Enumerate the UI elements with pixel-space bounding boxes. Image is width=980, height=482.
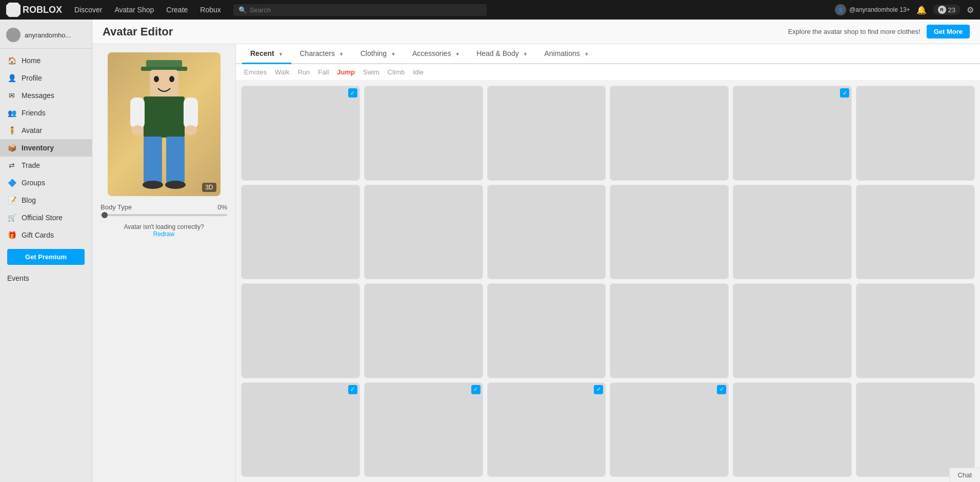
subtab-swim[interactable]: Swim bbox=[363, 67, 379, 77]
chat-bar[interactable]: Chat bbox=[949, 468, 980, 482]
subtab-emotes[interactable]: Emotes bbox=[244, 67, 267, 77]
item-card-roblox-boy-torso[interactable]: ROBLOX Boy Torso✓ bbox=[241, 382, 360, 477]
item-image-man-right-leg bbox=[733, 86, 851, 181]
item-card-green-jersey[interactable]: Green Jersey bbox=[610, 283, 729, 378]
subtab-fall[interactable]: Fall bbox=[318, 67, 329, 77]
sidebar-avatar bbox=[6, 28, 21, 42]
search-input[interactable] bbox=[250, 6, 482, 14]
item-card-roblox-boy-left-leg[interactable]: ROBLOX Boy Left Leg bbox=[733, 382, 852, 477]
gift-cards-icon: 🎁 bbox=[7, 230, 16, 240]
sidebar-item-friends[interactable]: 👥 Friends bbox=[0, 104, 92, 122]
item-image-smile bbox=[610, 86, 728, 181]
item-card-black-jeans[interactable]: Black Jeans with Sneakers bbox=[241, 283, 360, 378]
sidebar-user[interactable]: anyrandomho... bbox=[0, 24, 92, 49]
nav-create[interactable]: Create bbox=[166, 6, 188, 14]
tab-clothing[interactable]: Clothing ▼ bbox=[352, 44, 404, 64]
notification-bell-button[interactable]: 🔔 bbox=[916, 5, 927, 15]
body-type-slider[interactable] bbox=[101, 214, 227, 216]
chevron-down-icon: ▼ bbox=[455, 51, 460, 57]
robux-icon: R bbox=[938, 6, 946, 14]
nav-discover[interactable]: Discover bbox=[74, 6, 102, 14]
3d-badge: 3D bbox=[202, 183, 216, 192]
sidebar-store-label: Official Store bbox=[22, 214, 63, 222]
item-card-guitar-tee[interactable]: Guitar Tee with Black bbox=[487, 283, 606, 378]
nav-robux[interactable]: Robux bbox=[200, 6, 221, 14]
avatar-icon: 🧍 bbox=[7, 126, 16, 135]
sidebar-item-trade[interactable]: ⇄ Trade bbox=[0, 157, 92, 174]
sidebar-item-messages[interactable]: ✉ Messages bbox=[0, 87, 92, 104]
tab-accessories[interactable]: Accessories ▼ bbox=[404, 44, 468, 64]
settings-button[interactable]: ⚙ bbox=[967, 5, 974, 15]
item-card-dark-green-jeans[interactable]: Dark Green Jeans bbox=[733, 185, 852, 280]
friends-icon: 👥 bbox=[7, 108, 16, 118]
item-card-man-right-leg[interactable]: Man Right Leg✓ bbox=[733, 86, 852, 181]
item-card-roblox-boy-left-arm[interactable]: ROBLOX Boy Left Arm✓ bbox=[487, 382, 606, 477]
trade-icon: ⇄ bbox=[7, 161, 16, 170]
roblox-logo-icon bbox=[6, 3, 21, 17]
tab-recent[interactable]: Recent ▼ bbox=[242, 44, 291, 64]
check-badge-roblox-boy-right-leg: ✓ bbox=[717, 385, 726, 394]
item-card-verified[interactable]: Verified, Bonafide,✓ bbox=[241, 86, 360, 181]
item-card-jean-shorts[interactable]: Jean Shorts with White bbox=[364, 283, 483, 378]
item-card-pal-hair[interactable]: Pal Hair bbox=[487, 86, 606, 181]
promo-text: Explore the avatar shop to find more clo… bbox=[788, 28, 921, 35]
sidebar-item-avatar[interactable]: 🧍 Avatar bbox=[0, 122, 92, 139]
item-card-smile[interactable]: Smile bbox=[610, 86, 729, 181]
svg-point-9 bbox=[185, 125, 197, 136]
item-card-trim[interactable]: Trim bbox=[856, 382, 975, 477]
redraw-button[interactable]: Redraw bbox=[153, 230, 174, 238]
nav-links: Discover Avatar Shop Create Robux bbox=[74, 6, 221, 14]
roblox-logo-text: ROBLOX bbox=[23, 5, 62, 15]
items-grid: Verified, Bonafide,✓ROBLOX BoyPal HairSm… bbox=[236, 81, 980, 482]
item-card-roblox-boy-right-arm[interactable]: ROBLOX Boy Right Arm✓ bbox=[364, 382, 483, 477]
item-card-man-head[interactable]: Man Head bbox=[610, 185, 729, 280]
item-card-roblox-boy[interactable]: ROBLOX Boy bbox=[364, 86, 483, 181]
subtab-climb[interactable]: Climb bbox=[388, 67, 405, 77]
nav-avatar-shop[interactable]: Avatar Shop bbox=[114, 6, 154, 14]
svg-point-13 bbox=[165, 181, 186, 189]
roblox-logo[interactable]: ROBLOX bbox=[6, 3, 62, 17]
item-card-blockhead[interactable]: Blockhead bbox=[733, 283, 852, 378]
get-premium-button[interactable]: Get Premium bbox=[7, 249, 85, 265]
sidebar-item-groups[interactable]: 🔷 Groups bbox=[0, 174, 92, 191]
check-badge-roblox-boy-torso: ✓ bbox=[348, 385, 357, 394]
item-image-guitar-tee bbox=[488, 284, 606, 378]
store-icon: 🛒 bbox=[7, 213, 16, 222]
item-image-dark-green-jeans bbox=[733, 185, 851, 280]
subtab-idle[interactable]: Idle bbox=[413, 67, 424, 77]
chevron-down-icon: ▼ bbox=[339, 51, 344, 57]
sidebar-item-gift-cards[interactable]: 🎁 Gift Cards bbox=[0, 226, 92, 244]
sidebar-item-home[interactable]: 🏠 Home bbox=[0, 52, 92, 69]
item-card-man-left-arm[interactable]: Man Left Arm bbox=[241, 185, 360, 280]
tab-head-body[interactable]: Head & Body ▼ bbox=[468, 44, 536, 64]
sidebar-messages-label: Messages bbox=[22, 91, 54, 100]
sidebar-item-events[interactable]: Events bbox=[0, 270, 92, 286]
sidebar-item-inventory[interactable]: 📦 Inventory bbox=[0, 139, 92, 157]
item-card-man-left-leg[interactable]: Man Left Leg bbox=[856, 86, 975, 181]
user-avatar-icon: 👤 bbox=[835, 4, 846, 15]
avatar-editor-body: 3D Body Type 0% Avatar isn't loading cor… bbox=[92, 44, 980, 482]
tab-animations[interactable]: Animations ▼ bbox=[536, 44, 597, 64]
subtab-walk[interactable]: Walk bbox=[275, 67, 289, 77]
item-card-bloxxer[interactable]: Bloxxer bbox=[856, 283, 975, 378]
search-bar: 🔍 bbox=[233, 4, 487, 16]
item-card-man-torso[interactable]: Man Torso bbox=[487, 185, 606, 280]
user-info[interactable]: 👤 @anyrandomhole 13+ bbox=[835, 4, 910, 15]
chevron-down-icon: ▼ bbox=[584, 51, 589, 57]
body-type-value: 0% bbox=[217, 203, 227, 211]
item-card-blue-black-moto[interactable]: Blue and Black Motorcycle bbox=[856, 185, 975, 280]
sidebar-item-official-store[interactable]: 🛒 Official Store bbox=[0, 209, 92, 226]
get-more-button[interactable]: Get More bbox=[927, 25, 970, 38]
item-image-blue-black-moto bbox=[856, 185, 974, 280]
category-tabs: Recent ▼ Characters ▼ Clothing ▼ Accesso… bbox=[236, 44, 980, 64]
robux-badge[interactable]: R 23 bbox=[933, 5, 961, 15]
sidebar-item-profile[interactable]: 👤 Profile bbox=[0, 69, 92, 87]
sidebar-item-blog[interactable]: 📝 Blog bbox=[0, 191, 92, 209]
subtab-jump[interactable]: Jump bbox=[337, 67, 355, 77]
subtab-run[interactable]: Run bbox=[297, 67, 310, 77]
slider-handle[interactable] bbox=[102, 212, 108, 218]
item-card-man-right-arm[interactable]: Man Right Arm bbox=[364, 185, 483, 280]
body-type-label-row: Body Type 0% bbox=[101, 203, 227, 211]
item-card-roblox-boy-right-leg[interactable]: ROBLOX Boy Right Leg✓ bbox=[610, 382, 729, 477]
tab-characters[interactable]: Characters ▼ bbox=[291, 44, 352, 64]
